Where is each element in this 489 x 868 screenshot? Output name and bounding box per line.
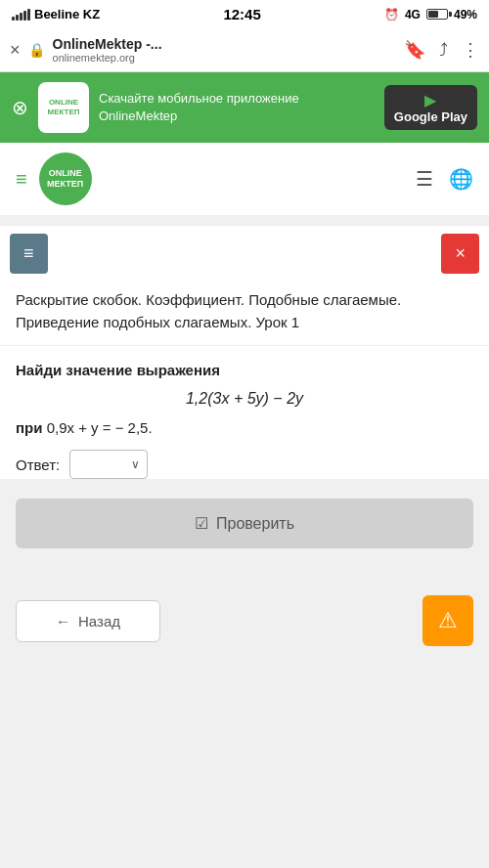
- nav-logo-line1: ONLINE: [49, 168, 82, 179]
- status-right: ⏰ 4G 49%: [384, 8, 477, 22]
- menu-toggle-icon: ≡: [23, 243, 34, 263]
- gplay-label: Google Play: [394, 109, 467, 124]
- site-url: onlinemektep.org: [53, 52, 396, 64]
- banner-logo: ONLINE МЕКТЕП: [38, 82, 89, 133]
- content-area: ≡ × Раскрытие скобок. Коэффициент. Подоб…: [0, 226, 489, 479]
- browser-bar: × 🔒 OnlineMektep -... onlinemektep.org 🔖…: [0, 28, 489, 72]
- check-label: Проверить: [216, 515, 294, 533]
- back-arrow-icon: ←: [56, 613, 70, 629]
- task-section: Найди значение выражения 1,2(3x + 5y) − …: [0, 346, 489, 479]
- alarm-icon: ⏰: [384, 8, 399, 22]
- battery-percent: 49%: [454, 8, 477, 22]
- lock-icon: 🔒: [28, 42, 45, 58]
- menu-toggle-button[interactable]: ≡: [10, 234, 48, 274]
- answer-row: Ответ: -3 -2.5 -2 0 2 3: [16, 450, 473, 479]
- warning-icon: ⚠: [438, 608, 458, 633]
- banner-logo-line1: ONLINE: [49, 98, 78, 108]
- share-icon[interactable]: ⤴: [439, 40, 448, 61]
- browser-actions: 🔖 ⤴ ⋮: [404, 39, 479, 61]
- battery-icon: [426, 9, 448, 20]
- language-icon[interactable]: 🌐: [449, 167, 473, 191]
- network-label: 4G: [405, 8, 421, 22]
- check-button[interactable]: ☑ Проверить: [16, 499, 473, 548]
- list-view-icon[interactable]: ☰: [416, 167, 433, 191]
- bottom-nav: ← Назад ⚠: [0, 580, 489, 662]
- answer-select-wrapper[interactable]: -3 -2.5 -2 0 2 3: [69, 450, 148, 479]
- nav-logo: ONLINE МЕКТЕП: [39, 152, 92, 205]
- bookmark-icon[interactable]: 🔖: [404, 39, 425, 61]
- nav-bar: ≡ ONLINE МЕКТЕП ☰ 🌐: [0, 143, 489, 216]
- browser-close-button[interactable]: ×: [10, 40, 21, 61]
- nav-logo-line2: МЕКТЕП: [47, 179, 83, 190]
- lesson-title: Раскрытие скобок. Коэффициент. Подобные …: [0, 282, 489, 346]
- status-time: 12:45: [223, 6, 260, 22]
- condition-pre: при: [16, 419, 42, 436]
- toolbar-row: ≡ ×: [0, 226, 489, 282]
- google-play-button[interactable]: ▶ Google Play: [384, 85, 477, 130]
- carrier-label: Beeline KZ: [34, 7, 100, 22]
- answer-label: Ответ:: [16, 456, 60, 473]
- check-section: ☑ Проверить: [0, 499, 489, 580]
- back-label: Назад: [78, 613, 120, 629]
- nav-actions: ☰ 🌐: [416, 167, 473, 191]
- status-bar: Beeline KZ 12:45 ⏰ 4G 49%: [0, 0, 489, 28]
- condition-expr: 0,9x + y = − 2,5.: [47, 419, 153, 436]
- nav-hamburger-button[interactable]: ≡: [16, 168, 27, 191]
- close-panel-icon: ×: [455, 243, 466, 263]
- browser-url-area[interactable]: OnlineMektep -... onlinemektep.org: [53, 36, 396, 64]
- gplay-icon: ▶: [424, 91, 436, 109]
- site-title: OnlineMektep -...: [53, 36, 396, 52]
- banner-close-button[interactable]: ⊗: [12, 96, 28, 119]
- check-icon: ☑: [195, 514, 208, 533]
- banner-logo-line2: МЕКТЕП: [47, 108, 79, 117]
- app-banner: ⊗ ONLINE МЕКТЕП Скачайте мобильное прило…: [0, 72, 489, 143]
- close-panel-button[interactable]: ×: [441, 234, 479, 274]
- task-title: Найди значение выражения: [16, 362, 473, 378]
- banner-text: Скачайте мобильное приложение OnlineMekt…: [99, 90, 375, 125]
- status-carrier: Beeline KZ: [12, 7, 100, 22]
- task-expression: 1,2(3x + 5y) − 2y: [16, 390, 473, 408]
- back-button[interactable]: ← Назад: [16, 600, 160, 642]
- menu-icon[interactable]: ⋮: [462, 39, 479, 61]
- answer-select[interactable]: -3 -2.5 -2 0 2 3: [69, 450, 148, 479]
- signal-icon: [12, 9, 30, 21]
- warning-button[interactable]: ⚠: [422, 595, 473, 646]
- task-condition: при 0,9x + y = − 2,5.: [16, 419, 473, 436]
